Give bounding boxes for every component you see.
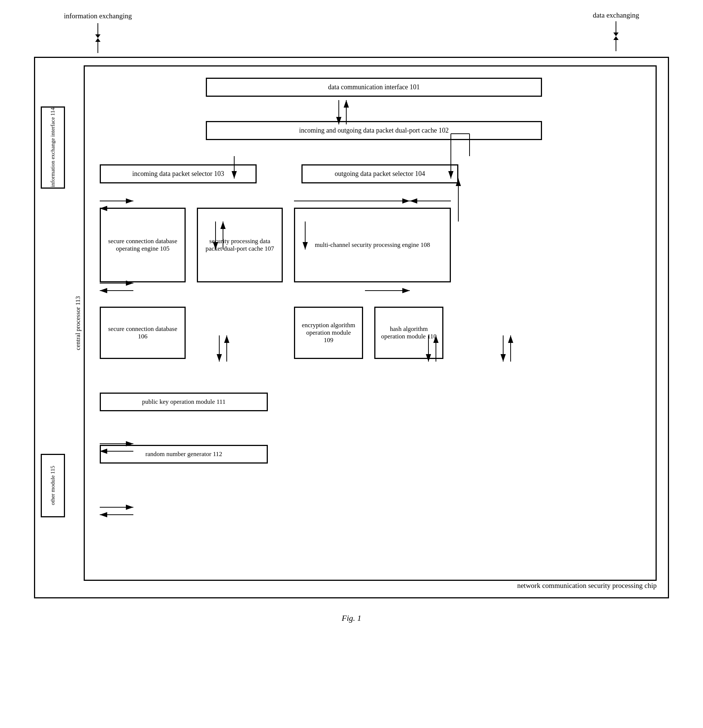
- secure-conn-db-label: secure connection database 106: [106, 325, 179, 340]
- row-modules: secure connection database 106 encryptio…: [100, 307, 648, 359]
- other-module-box: other module 115: [41, 454, 65, 517]
- spacer-6: [100, 415, 648, 445]
- encryption-label: encryption algorithm operation module 10…: [301, 322, 356, 344]
- row-dual-port: incoming and outgoing data packet dual-p…: [100, 121, 648, 140]
- network-chip-label: network communication security processin…: [517, 582, 657, 590]
- public-key-label: public key operation module 111: [142, 398, 225, 405]
- secure-conn-engine-box: secure connection database operating eng…: [100, 208, 186, 282]
- algo-modules: encryption algorithm operation module 10…: [294, 307, 443, 359]
- info-exchange-interface-box: information exchange interface 114: [41, 106, 65, 189]
- row-rng: random number generator 112: [100, 445, 648, 464]
- central-processor-wrapper: central processor 113: [84, 65, 657, 581]
- secure-conn-engine-label: secure connection database operating eng…: [106, 238, 179, 253]
- dual-port-label: incoming and outgoing data packet dual-p…: [299, 127, 449, 134]
- row-engines: secure connection database operating eng…: [100, 208, 648, 282]
- multi-channel-label: multi-channel security processing engine…: [315, 241, 430, 249]
- spacer-3: [100, 187, 648, 208]
- data-comm-label: data communication interface 101: [328, 83, 419, 91]
- hash-module-box: hash algorithm operation module 110: [374, 307, 443, 359]
- row-public-key: public key operation module 111: [100, 393, 648, 411]
- fig-caption: Fig. 1: [34, 613, 669, 623]
- rng-box: random number generator 112: [100, 445, 268, 464]
- diagram-container: information exchanging data exchanging: [34, 11, 669, 623]
- security-processing-cache-box: security processing data packet dual-por…: [197, 208, 283, 282]
- central-processor-label: central processor 113: [74, 296, 82, 350]
- hash-label: hash algorithm operation module 110: [381, 325, 437, 340]
- other-module-label: other module 115: [49, 466, 57, 505]
- dual-port-cache-box: incoming and outgoing data packet dual-p…: [206, 121, 542, 140]
- public-key-module-box: public key operation module 111: [100, 393, 268, 411]
- incoming-selector-box: incoming data packet selector 103: [100, 164, 257, 183]
- multi-channel-engine-box: multi-channel security processing engine…: [294, 208, 451, 282]
- info-exchange-label: information exchange interface 114: [49, 108, 57, 187]
- spacer-1: [100, 100, 648, 121]
- top-label-right: data exchanging: [593, 11, 639, 53]
- spacer-2: [100, 144, 648, 164]
- top-labels: information exchanging data exchanging: [34, 11, 669, 57]
- row-data-comm: data communication interface 101: [100, 78, 648, 97]
- data-comm-interface-box: data communication interface 101: [206, 78, 542, 97]
- incoming-selector-label: incoming data packet selector 103: [132, 170, 224, 177]
- security-processing-cache-label: security processing data packet dual-por…: [204, 238, 276, 253]
- row-selectors: incoming data packet selector 103 outgoi…: [100, 164, 648, 183]
- spacer-5: [100, 363, 648, 393]
- spacer-4: [100, 286, 648, 307]
- encryption-module-box: encryption algorithm operation module 10…: [294, 307, 363, 359]
- top-label-left: information exchanging: [64, 11, 132, 53]
- outgoing-selector-box: outgoing data packet selector 104: [301, 164, 458, 183]
- outgoing-selector-label: outgoing data packet selector 104: [335, 170, 425, 177]
- main-outer-box: information exchange interface 114 other…: [34, 57, 669, 598]
- secure-conn-db-box: secure connection database 106: [100, 307, 186, 359]
- rng-label: random number generator 112: [145, 450, 222, 458]
